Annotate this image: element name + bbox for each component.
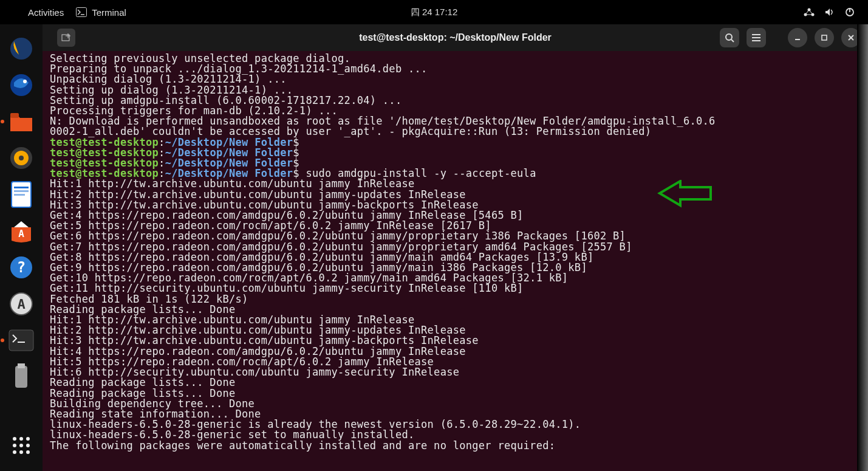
network-icon[interactable]: [804, 7, 815, 17]
svg-rect-25: [9, 330, 33, 351]
menu-button[interactable]: [747, 28, 766, 47]
svg-text:A: A: [17, 297, 25, 312]
svg-point-7: [10, 38, 32, 60]
svg-point-34: [26, 444, 30, 447]
svg-rect-16: [14, 187, 29, 188]
close-icon: [847, 33, 855, 42]
current-app-indicator[interactable]: Terminal: [76, 7, 126, 18]
svg-rect-18: [14, 194, 25, 196]
terminal-window: test@test-desktop: ~/Desktop/New Folder: [43, 24, 868, 471]
firefox-icon[interactable]: [7, 34, 36, 63]
svg-rect-10: [10, 113, 19, 118]
files-icon[interactable]: [7, 107, 36, 136]
usb-icon[interactable]: [7, 362, 36, 391]
activities-button[interactable]: Activities: [28, 7, 64, 18]
svg-rect-17: [14, 190, 29, 192]
new-tab-button[interactable]: [57, 29, 75, 47]
svg-text:A: A: [18, 228, 24, 239]
svg-point-37: [26, 450, 30, 454]
rhythmbox-icon[interactable]: [7, 143, 36, 173]
terminal-launcher-icon[interactable]: [7, 326, 36, 355]
svg-rect-27: [15, 366, 27, 388]
titlebar: test@test-desktop: ~/Desktop/New Folder: [43, 24, 868, 51]
svg-point-13: [19, 156, 24, 160]
svg-point-29: [13, 437, 16, 441]
gnome-topbar: Activities Terminal 四 24 17:12: [0, 0, 868, 24]
svg-line-42: [731, 40, 734, 42]
monitor-bezel: [857, 24, 868, 471]
dock: A ? A: [0, 24, 43, 471]
running-indicator: [1, 120, 4, 123]
show-apps-icon[interactable]: [7, 431, 36, 460]
svg-point-36: [19, 450, 23, 454]
updates-icon[interactable]: A: [7, 289, 36, 318]
terminal-icon: [76, 7, 87, 17]
minimize-button[interactable]: [788, 28, 807, 47]
maximize-button[interactable]: [815, 28, 834, 47]
svg-rect-47: [822, 35, 827, 40]
svg-point-35: [13, 450, 16, 454]
search-icon: [725, 33, 734, 43]
svg-point-30: [19, 437, 23, 441]
svg-point-33: [19, 444, 23, 447]
svg-point-31: [26, 437, 30, 441]
svg-text:?: ?: [17, 259, 26, 276]
terminal-body[interactable]: Selecting previously unselected package …: [43, 51, 868, 471]
svg-point-9: [23, 80, 27, 83]
software-icon[interactable]: A: [7, 216, 36, 246]
terminal-output-line: The following packages were automaticall…: [50, 441, 868, 451]
current-app-label: Terminal: [92, 7, 126, 18]
writer-icon[interactable]: [7, 180, 36, 209]
volume-icon[interactable]: [824, 7, 835, 17]
terminal-output-line: Reading package lists... Done: [50, 377, 868, 388]
search-button[interactable]: [720, 28, 739, 47]
svg-rect-28: [18, 363, 25, 368]
power-icon[interactable]: [845, 7, 855, 17]
hamburger-icon: [751, 33, 761, 42]
window-title: test@test-desktop: ~/Desktop/New Folder: [359, 32, 552, 43]
svg-point-32: [13, 444, 16, 447]
clock[interactable]: 四 24 17:12: [411, 7, 458, 18]
help-icon[interactable]: ?: [7, 253, 36, 282]
terminal-output-line: linux-headers-6.5.0-28-generic set to ma…: [50, 430, 868, 440]
running-indicator: [1, 339, 4, 342]
svg-point-41: [726, 34, 732, 40]
svg-rect-0: [77, 8, 87, 17]
thunderbird-icon[interactable]: [7, 70, 36, 100]
